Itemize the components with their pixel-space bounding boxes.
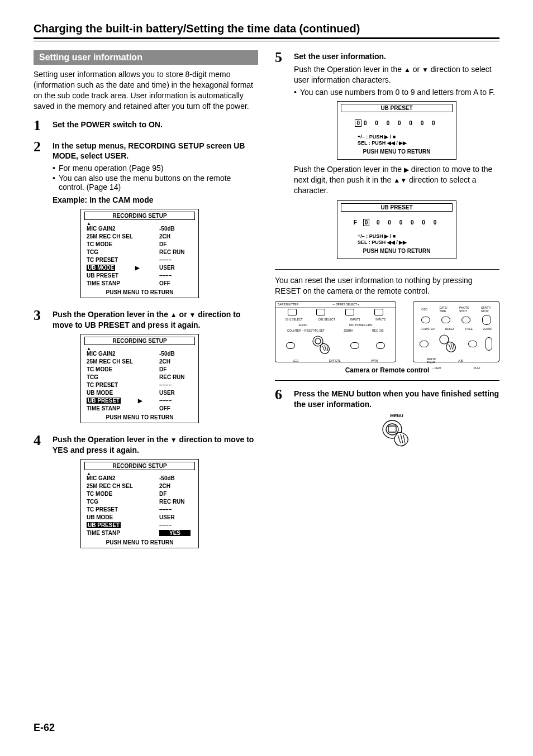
menu-item: TIME STANP xyxy=(87,280,120,286)
menu-footer: PUSH MENU TO RETURN xyxy=(81,538,198,548)
step-number: 1 xyxy=(34,118,46,133)
remote-panel-illustration: OSDDATE/TIMEPHOTOSHOTSTART/STOP COUNTERR… xyxy=(413,301,499,362)
menu-value: -50dB xyxy=(159,475,193,481)
menu-value: USER xyxy=(159,514,193,520)
menu-item: TCG xyxy=(87,499,98,505)
up-triangle-icon: ▲ xyxy=(393,176,400,184)
step-5: 5 Set the user information. Push the Ope… xyxy=(275,50,499,264)
down-triangle-icon: ▼ xyxy=(170,436,177,444)
step-1: 1 Set the POWER switch to ON. xyxy=(34,118,258,133)
step-4: 4 Push the Operation lever in the ▼ dire… xyxy=(34,433,258,552)
step-number: 4 xyxy=(34,433,46,552)
menu-value: -50dB xyxy=(159,351,193,357)
menu-box-recording-setup-3: RECORDING SETUP ▲ MIC GAIN2-50dB 25M REC… xyxy=(80,459,199,548)
step-number: 3 xyxy=(34,308,46,427)
menu-item: TC MODE xyxy=(87,491,112,497)
menu-value: REC RUN xyxy=(159,374,193,380)
menu-item: TIME STANP xyxy=(87,530,120,536)
step-3: 3 Push the Operation lever in the ▲ or ▼… xyxy=(34,308,258,427)
menu-title: UB PRESET xyxy=(341,203,453,212)
menu-value: 2CH xyxy=(159,358,193,365)
step-number: 6 xyxy=(275,387,287,451)
menu-item: TC PRESET xyxy=(87,382,118,388)
menu-item: 25M REC CH SEL xyxy=(87,483,133,489)
menu-title: UB PRESET xyxy=(341,104,453,112)
left-column: Setting user information Setting user in… xyxy=(34,50,258,552)
down-triangle-icon: ▼ xyxy=(400,176,407,184)
up-triangle-icon: ▲ xyxy=(404,66,411,74)
menu-value: –––– xyxy=(159,522,193,528)
menu-label: MENU xyxy=(294,413,499,418)
divider xyxy=(275,380,499,381)
menu-value: –––– xyxy=(159,272,193,279)
ub-preset-box-2: UB PRESET F 0 0 0 0 0 0 0 +/– : PUSH ▶ /… xyxy=(337,200,456,260)
up-triangle-icon: ▲ xyxy=(170,311,177,319)
step-2: 2 In the setup menus, RECORDING SETUP sc… xyxy=(34,140,258,302)
menu-value: DF xyxy=(159,491,193,497)
menu-item: TCG xyxy=(87,374,98,380)
right-column: 5 Set the user information. Push the Ope… xyxy=(275,50,499,552)
menu-box-recording-setup-1: RECORDING SETUP ▲ MIC GAIN2-50dB 25M REC… xyxy=(80,209,199,298)
menu-value: 2CH xyxy=(159,233,193,240)
pressing-finger-icon xyxy=(311,334,334,357)
ub-ops: +/– : PUSH ▶ / ■ SEL : PUSH ◀◀ / ▶▶ xyxy=(341,233,453,247)
menu-item: UB MODE xyxy=(87,514,113,520)
ub-preset-box-1: UB PRESET 00 0 0 0 0 0 0 +/– : PUSH ▶ / … xyxy=(337,101,456,160)
menu-footer: PUSH MENU TO RETURN xyxy=(341,147,453,157)
menu-value-selected: YES xyxy=(159,530,193,536)
menu-button-figure: MENU xyxy=(294,413,499,451)
menu-value: DF xyxy=(159,241,193,247)
bullet: You can use numbers from 0 to 9 and lett… xyxy=(294,88,499,97)
intro-paragraph: Setting user information allows you to s… xyxy=(34,69,258,112)
cursor-icon: ▶ xyxy=(134,265,141,271)
menu-value: -50dB xyxy=(159,226,193,232)
menu-value: –––– xyxy=(159,398,193,404)
menu-title: RECORDING SETUP xyxy=(84,462,195,470)
step-number: 5 xyxy=(275,50,287,264)
menu-footer: PUSH MENU TO RETURN xyxy=(341,247,453,256)
menu-item: UB MODE xyxy=(87,390,113,396)
menu-item: TC MODE xyxy=(87,241,112,247)
divider xyxy=(275,269,499,270)
right-triangle-icon: ▶ xyxy=(404,166,409,174)
step-number: 2 xyxy=(34,140,46,302)
step-heading: Push the Operation lever in the ▲ or ▼ d… xyxy=(53,309,258,331)
menu-value: 2CH xyxy=(159,483,193,489)
svg-point-1 xyxy=(315,338,321,344)
cursor-icon: ▶ xyxy=(136,398,144,404)
menu-value: DF xyxy=(159,366,193,372)
menu-title: RECORDING SETUP xyxy=(84,212,195,220)
step-heading: Set the POWER switch to ON. xyxy=(53,119,258,130)
pressing-menu-icon xyxy=(380,418,413,449)
menu-item: TCG xyxy=(87,249,98,255)
step-heading: Set the user information. xyxy=(294,51,499,62)
ub-ops: +/– : PUSH ▶ / ■ SEL : PUSH ◀◀ / ▶▶ xyxy=(341,134,453,148)
menu-item-selected: UB MODE xyxy=(87,265,115,271)
menu-item: TC PRESET xyxy=(87,257,118,263)
menu-item: 25M REC CH SEL xyxy=(87,233,133,240)
menu-value: –––– xyxy=(159,382,193,388)
menu-title: RECORDING SETUP xyxy=(84,337,195,345)
menu-footer: PUSH MENU TO RETURN xyxy=(81,413,198,423)
menu-item: MIC GAIN2 xyxy=(87,475,116,481)
menu-value: –––– xyxy=(159,506,193,513)
menu-value: REC RUN xyxy=(159,499,193,505)
down-triangle-icon: ▼ xyxy=(189,311,196,319)
page-title: Charging the built-in battery/Setting th… xyxy=(34,22,499,35)
step-heading: Push the Operation lever in the ▼ direct… xyxy=(53,434,258,456)
menu-box-recording-setup-2: RECORDING SETUP ▲ MIC GAIN2-50dB 25M REC… xyxy=(80,334,199,423)
menu-item: TIME STANP xyxy=(87,405,120,412)
menu-value: USER xyxy=(159,265,175,271)
svg-point-4 xyxy=(386,424,398,435)
section-banner: Setting user information xyxy=(34,50,258,65)
menu-item: TC PRESET xyxy=(87,506,118,513)
ub-digits: 00 0 0 0 0 0 0 xyxy=(341,112,453,134)
menu-value: USER xyxy=(159,390,193,396)
menu-item: 25M REC CH SEL xyxy=(87,358,133,365)
menu-value: –––– xyxy=(159,257,193,263)
step-heading: In the setup menus, RECORDING SETUP scre… xyxy=(53,141,258,162)
svg-rect-5 xyxy=(388,426,396,432)
reset-paragraph: You can reset the user information to no… xyxy=(275,275,499,296)
menu-value: OFF xyxy=(159,405,193,412)
menu-item-selected: UB PRESET xyxy=(87,522,121,528)
